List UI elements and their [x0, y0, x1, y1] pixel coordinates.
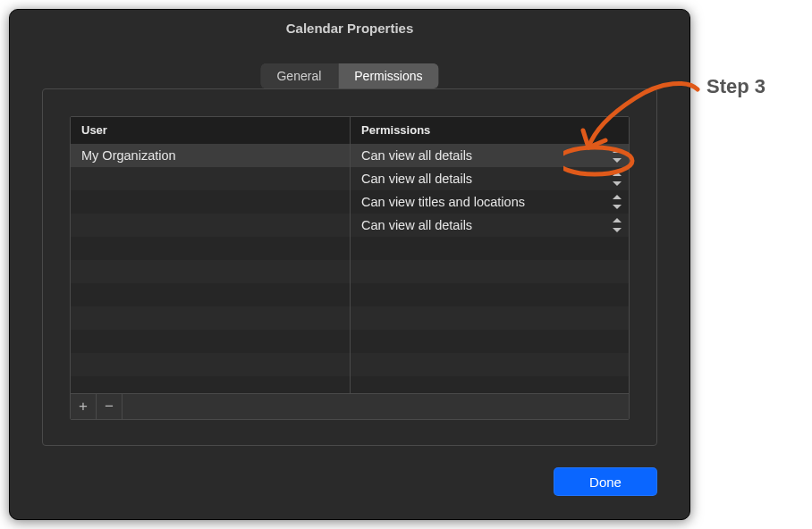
- user-cell: [71, 214, 350, 237]
- permission-dropdown[interactable]: Can view all details: [350, 167, 629, 190]
- done-button[interactable]: Done: [554, 467, 657, 496]
- table-row: [71, 237, 629, 260]
- remove-user-button[interactable]: −: [97, 394, 123, 419]
- permission-dropdown[interactable]: Can view titles and locations: [350, 190, 629, 214]
- plus-icon: +: [79, 398, 88, 416]
- minus-icon: −: [105, 398, 114, 416]
- permission-dropdown: [350, 283, 629, 306]
- permissions-table: User Permissions My OrganizationCan view…: [70, 116, 630, 420]
- permission-dropdown[interactable]: Can view all details: [350, 144, 629, 167]
- tab-general[interactable]: General: [260, 63, 337, 88]
- permission-dropdown: [350, 260, 629, 283]
- window-title: Calendar Properties: [10, 10, 689, 47]
- table-footer-bar: + −: [71, 393, 629, 419]
- table-row: [71, 283, 629, 306]
- user-cell: [71, 306, 350, 330]
- permission-dropdown: [350, 237, 629, 260]
- step3-label: Step 3: [706, 75, 765, 98]
- table-row: [71, 376, 629, 394]
- user-cell: [71, 190, 350, 214]
- user-cell: [71, 376, 350, 394]
- user-cell: [71, 237, 350, 260]
- table-row: [71, 330, 629, 353]
- column-header-user[interactable]: User: [71, 117, 350, 144]
- permission-value: Can view all details: [361, 148, 472, 163]
- calendar-properties-window: Calendar Properties General Permissions …: [9, 9, 690, 520]
- user-cell: [71, 330, 350, 353]
- table-row[interactable]: My OrganizationCan view all details: [71, 144, 629, 167]
- table-body: My OrganizationCan view all detailsCan v…: [71, 144, 629, 394]
- table-row: [71, 353, 629, 376]
- user-cell: [71, 260, 350, 283]
- permission-dropdown[interactable]: Can view all details: [350, 214, 629, 237]
- table-row[interactable]: Can view titles and locations: [71, 190, 629, 214]
- permission-value: Can view all details: [361, 218, 472, 232]
- stepper-icon: [613, 218, 622, 232]
- user-cell: [71, 353, 350, 376]
- content-panel: User Permissions My OrganizationCan view…: [42, 88, 657, 446]
- stepper-icon: [613, 148, 622, 163]
- table-row: [71, 306, 629, 330]
- user-cell: [71, 167, 350, 190]
- tab-permissions[interactable]: Permissions: [337, 63, 438, 88]
- column-header-permissions[interactable]: Permissions: [350, 117, 629, 144]
- permission-dropdown: [350, 330, 629, 353]
- permission-value: Can view all details: [361, 172, 472, 186]
- table-row[interactable]: Can view all details: [71, 214, 629, 237]
- table-header: User Permissions: [71, 117, 629, 145]
- permission-value: Can view titles and locations: [361, 195, 525, 209]
- permission-dropdown: [350, 353, 629, 376]
- stepper-icon: [613, 172, 622, 186]
- table-row[interactable]: Can view all details: [71, 167, 629, 190]
- stepper-icon: [613, 195, 622, 209]
- permission-dropdown: [350, 376, 629, 394]
- add-user-button[interactable]: +: [71, 394, 97, 419]
- tab-bar: General Permissions: [260, 63, 438, 88]
- user-cell: [71, 283, 350, 306]
- permission-dropdown: [350, 306, 629, 330]
- table-row: [71, 260, 629, 283]
- user-cell: My Organization: [71, 144, 350, 167]
